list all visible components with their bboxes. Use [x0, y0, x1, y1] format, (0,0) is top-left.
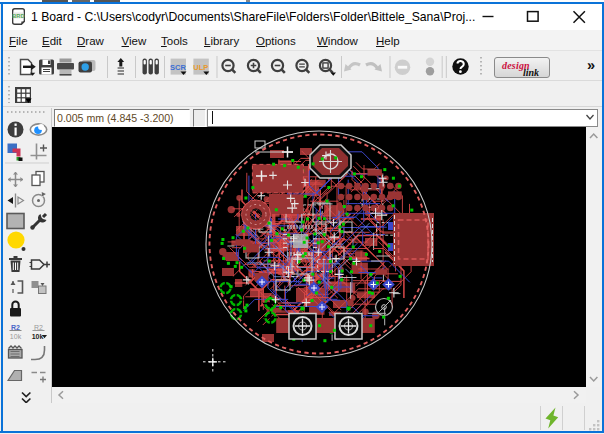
svg-text:10k: 10k [10, 333, 22, 340]
svg-text:R2: R2 [34, 324, 43, 331]
svg-text:SCR: SCR [170, 63, 186, 72]
svg-text:R2: R2 [11, 324, 20, 331]
svg-text:10k: 10k [32, 333, 44, 340]
svg-text:ULP: ULP [193, 63, 208, 72]
